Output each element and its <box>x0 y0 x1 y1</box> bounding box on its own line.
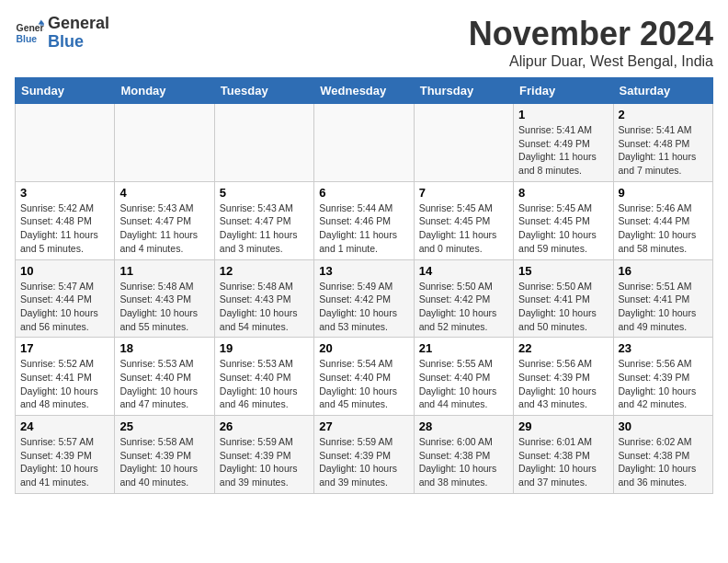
day-info: Sunrise: 5:53 AM Sunset: 4:40 PM Dayligh… <box>119 357 209 411</box>
week-row-5: 24Sunrise: 5:57 AM Sunset: 4:39 PM Dayli… <box>16 416 713 494</box>
day-number: 6 <box>319 186 408 200</box>
calendar-cell: 1Sunrise: 5:41 AM Sunset: 4:49 PM Daylig… <box>514 104 613 182</box>
day-number: 16 <box>619 264 708 278</box>
weekday-header-sunday: Sunday <box>16 78 115 104</box>
day-info: Sunrise: 6:02 AM Sunset: 4:38 PM Dayligh… <box>619 435 708 489</box>
day-number: 21 <box>419 341 508 355</box>
day-info: Sunrise: 5:55 AM Sunset: 4:40 PM Dayligh… <box>419 357 508 411</box>
day-info: Sunrise: 5:53 AM Sunset: 4:40 PM Dayligh… <box>220 357 309 411</box>
calendar-cell: 29Sunrise: 6:01 AM Sunset: 4:38 PM Dayli… <box>514 416 613 494</box>
weekday-header-thursday: Thursday <box>414 78 513 104</box>
day-info: Sunrise: 5:43 AM Sunset: 4:47 PM Dayligh… <box>220 201 309 256</box>
day-info: Sunrise: 5:48 AM Sunset: 4:43 PM Dayligh… <box>220 280 309 334</box>
day-number: 23 <box>619 341 708 355</box>
day-number: 14 <box>419 264 508 278</box>
day-info: Sunrise: 5:50 AM Sunset: 4:41 PM Dayligh… <box>518 280 608 334</box>
day-info: Sunrise: 5:50 AM Sunset: 4:42 PM Dayligh… <box>419 280 508 334</box>
day-number: 11 <box>119 264 209 278</box>
weekday-header-tuesday: Tuesday <box>214 78 313 104</box>
day-info: Sunrise: 5:49 AM Sunset: 4:42 PM Dayligh… <box>319 280 408 334</box>
calendar-cell: 28Sunrise: 6:00 AM Sunset: 4:38 PM Dayli… <box>414 416 513 494</box>
day-number: 8 <box>518 186 608 200</box>
week-row-3: 10Sunrise: 5:47 AM Sunset: 4:44 PM Dayli… <box>16 259 713 338</box>
day-info: Sunrise: 5:45 AM Sunset: 4:45 PM Dayligh… <box>419 201 508 256</box>
calendar-cell: 11Sunrise: 5:48 AM Sunset: 4:43 PM Dayli… <box>115 259 214 338</box>
day-number: 19 <box>220 341 309 355</box>
day-number: 7 <box>419 186 508 200</box>
month-title: November 2024 <box>469 15 713 53</box>
svg-text:General: General <box>17 23 44 33</box>
weekday-header-row: SundayMondayTuesdayWednesdayThursdayFrid… <box>16 78 713 104</box>
logo-blue-text: Blue <box>48 32 84 51</box>
calendar-cell: 2Sunrise: 5:41 AM Sunset: 4:48 PM Daylig… <box>613 104 712 182</box>
day-info: Sunrise: 5:43 AM Sunset: 4:47 PM Dayligh… <box>119 201 209 256</box>
day-info: Sunrise: 5:46 AM Sunset: 4:44 PM Dayligh… <box>619 201 708 256</box>
calendar-cell <box>16 104 115 182</box>
day-info: Sunrise: 5:58 AM Sunset: 4:39 PM Dayligh… <box>119 435 209 489</box>
day-info: Sunrise: 6:01 AM Sunset: 4:38 PM Dayligh… <box>518 435 608 489</box>
calendar-cell: 27Sunrise: 5:59 AM Sunset: 4:39 PM Dayli… <box>314 416 414 494</box>
logo-icon: General Blue <box>15 18 44 48</box>
day-info: Sunrise: 5:52 AM Sunset: 4:41 PM Dayligh… <box>20 357 109 411</box>
day-info: Sunrise: 5:42 AM Sunset: 4:48 PM Dayligh… <box>20 201 109 256</box>
day-info: Sunrise: 5:41 AM Sunset: 4:48 PM Dayligh… <box>619 123 708 178</box>
calendar-cell: 24Sunrise: 5:57 AM Sunset: 4:39 PM Dayli… <box>16 416 115 494</box>
day-info: Sunrise: 5:59 AM Sunset: 4:39 PM Dayligh… <box>319 435 408 489</box>
logo: General Blue General Blue <box>15 15 109 52</box>
calendar-cell: 20Sunrise: 5:54 AM Sunset: 4:40 PM Dayli… <box>314 338 414 416</box>
day-info: Sunrise: 5:56 AM Sunset: 4:39 PM Dayligh… <box>619 357 708 411</box>
calendar-cell <box>115 104 214 182</box>
day-number: 5 <box>220 186 309 200</box>
week-row-1: 1Sunrise: 5:41 AM Sunset: 4:49 PM Daylig… <box>16 104 713 182</box>
day-info: Sunrise: 5:51 AM Sunset: 4:41 PM Dayligh… <box>619 280 708 334</box>
header: General Blue General Blue November 2024 … <box>15 15 713 70</box>
day-info: Sunrise: 5:56 AM Sunset: 4:39 PM Dayligh… <box>518 357 608 411</box>
calendar-cell: 14Sunrise: 5:50 AM Sunset: 4:42 PM Dayli… <box>414 259 513 338</box>
day-info: Sunrise: 5:57 AM Sunset: 4:39 PM Dayligh… <box>20 435 109 489</box>
week-row-2: 3Sunrise: 5:42 AM Sunset: 4:48 PM Daylig… <box>16 181 713 259</box>
day-number: 28 <box>419 419 508 433</box>
calendar-cell: 3Sunrise: 5:42 AM Sunset: 4:48 PM Daylig… <box>16 181 115 259</box>
calendar-cell: 8Sunrise: 5:45 AM Sunset: 4:45 PM Daylig… <box>514 181 613 259</box>
weekday-header-friday: Friday <box>514 78 613 104</box>
day-info: Sunrise: 6:00 AM Sunset: 4:38 PM Dayligh… <box>419 435 508 489</box>
calendar-cell: 26Sunrise: 5:59 AM Sunset: 4:39 PM Dayli… <box>214 416 313 494</box>
calendar-cell <box>314 104 414 182</box>
calendar-cell: 10Sunrise: 5:47 AM Sunset: 4:44 PM Dayli… <box>16 259 115 338</box>
weekday-header-monday: Monday <box>115 78 214 104</box>
calendar-cell <box>414 104 513 182</box>
day-number: 22 <box>518 341 608 355</box>
logo-general-text: General <box>48 14 109 32</box>
day-number: 30 <box>619 419 708 433</box>
day-number: 2 <box>619 108 708 121</box>
day-number: 29 <box>518 419 608 433</box>
day-info: Sunrise: 5:54 AM Sunset: 4:40 PM Dayligh… <box>319 357 408 411</box>
day-number: 13 <box>319 264 408 278</box>
day-number: 1 <box>518 108 608 121</box>
day-number: 27 <box>319 419 408 433</box>
day-info: Sunrise: 5:45 AM Sunset: 4:45 PM Dayligh… <box>518 201 608 256</box>
svg-text:Blue: Blue <box>17 33 38 43</box>
calendar-cell: 12Sunrise: 5:48 AM Sunset: 4:43 PM Dayli… <box>214 259 313 338</box>
day-number: 17 <box>20 341 109 355</box>
calendar-table: SundayMondayTuesdayWednesdayThursdayFrid… <box>15 77 713 494</box>
calendar-cell: 6Sunrise: 5:44 AM Sunset: 4:46 PM Daylig… <box>314 181 414 259</box>
calendar-cell: 21Sunrise: 5:55 AM Sunset: 4:40 PM Dayli… <box>414 338 513 416</box>
location: Alipur Duar, West Bengal, India <box>469 53 713 70</box>
calendar-cell: 16Sunrise: 5:51 AM Sunset: 4:41 PM Dayli… <box>613 259 712 338</box>
calendar-cell: 17Sunrise: 5:52 AM Sunset: 4:41 PM Dayli… <box>16 338 115 416</box>
day-number: 4 <box>119 186 209 200</box>
day-number: 24 <box>20 419 109 433</box>
weekday-header-saturday: Saturday <box>613 78 712 104</box>
weekday-header-wednesday: Wednesday <box>314 78 414 104</box>
calendar-cell: 30Sunrise: 6:02 AM Sunset: 4:38 PM Dayli… <box>613 416 712 494</box>
calendar-cell: 23Sunrise: 5:56 AM Sunset: 4:39 PM Dayli… <box>613 338 712 416</box>
day-number: 3 <box>20 186 109 200</box>
day-number: 25 <box>119 419 209 433</box>
day-number: 10 <box>20 264 109 278</box>
day-number: 26 <box>220 419 309 433</box>
title-area: November 2024 Alipur Duar, West Bengal, … <box>469 15 713 70</box>
day-info: Sunrise: 5:48 AM Sunset: 4:43 PM Dayligh… <box>119 280 209 334</box>
day-info: Sunrise: 5:44 AM Sunset: 4:46 PM Dayligh… <box>319 201 408 256</box>
day-number: 9 <box>619 186 708 200</box>
